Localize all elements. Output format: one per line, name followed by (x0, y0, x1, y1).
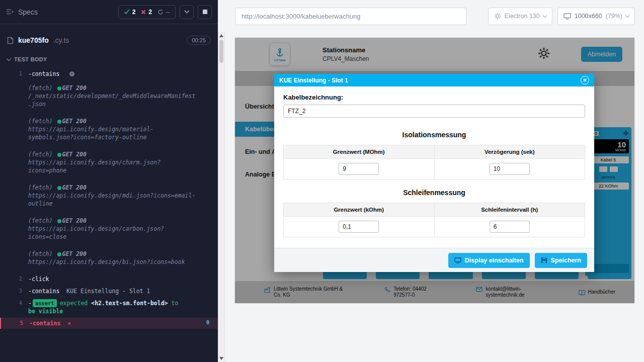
command-name: -contains (28, 288, 59, 295)
failed-count: 2 (148, 9, 152, 16)
spec-duration-badge: 00:25 (187, 36, 211, 45)
chevron-down-icon (625, 13, 629, 17)
chevron-down-icon (184, 10, 190, 14)
command-contains-2[interactable]: 3 -containsKUE Einstellung - Slot 1 (0, 286, 218, 297)
iso-limit-input[interactable] (339, 163, 379, 175)
scroll-down-icon[interactable] (219, 357, 223, 360)
viewport-icon (564, 13, 571, 20)
stat-pending[interactable]: -- (157, 9, 170, 16)
browser-icon (494, 13, 501, 20)
command-contains-1[interactable]: 1 -contains (0, 68, 218, 79)
aut-container: LITTWIN Stationsname CPLV4_Maschen Abmel… (225, 32, 644, 362)
x-icon (141, 10, 146, 15)
save-button[interactable]: Speichern (535, 253, 587, 268)
fetch-url: https://api.iconify.design/carbon.json?i… (28, 225, 197, 241)
cable-name-input[interactable] (283, 105, 585, 118)
fetch-status: GET 200 (62, 184, 86, 191)
command-name: -contains (28, 70, 59, 77)
network-log-entry[interactable]: (fetch)GET 200 https://api.iconify.desig… (0, 215, 218, 242)
runner-main: http://localhost:3000/kabelueberwachung … (218, 0, 644, 362)
close-icon[interactable]: ✕ (581, 76, 589, 84)
line-number: 2 (0, 275, 28, 283)
retry-count-badge: 0 (203, 319, 213, 327)
status-dot-icon (57, 252, 61, 256)
assert-expected: be visible (28, 308, 63, 315)
specs-label: Specs (18, 8, 38, 16)
loop-heading: Schleifenmessung (283, 189, 585, 197)
loop-limit-input[interactable] (339, 221, 379, 233)
network-log-entry[interactable]: (fetch)GET 200 https://api.iconify.desig… (0, 182, 218, 209)
network-log-entry[interactable]: (fetch)GET 200 https://api.iconify.desig… (0, 116, 218, 143)
line-number: 3 (0, 287, 28, 295)
modal-footer: Display einschalten Speichern (274, 248, 594, 272)
command-name: -click (28, 276, 49, 283)
url-text: http://localhost:3000/kabelueberwachung (242, 13, 360, 20)
network-log-entry[interactable]: (fetch)GET 200 https://api.iconify.desig… (0, 248, 218, 267)
command-contains-failed[interactable]: 5 -contains× 0 (0, 318, 218, 329)
browser-name: Electron 130 (505, 13, 540, 20)
browser-select[interactable]: Electron 130 (488, 8, 552, 25)
test-body-section[interactable]: TEST BODY (0, 54, 218, 67)
stop-button[interactable] (198, 5, 212, 19)
stat-failed[interactable]: 2 (141, 9, 152, 16)
command-name: -contains (29, 320, 60, 327)
viewport-select[interactable]: 1000x660 (79%) (557, 8, 635, 25)
assert-text: expected (60, 300, 88, 307)
viewport-zoom: (79%) (606, 13, 622, 20)
fetch-label: (fetch) (28, 250, 52, 257)
fetch-url: https://api.iconify.design/bi.json?icons… (28, 258, 197, 266)
fetch-url: https://api.iconify.design/mdi.json?icon… (28, 192, 197, 208)
url-bar[interactable]: http://localhost:3000/kabelueberwachung (235, 8, 466, 25)
modal-body: Kabelbezeichnung: Isolationsmessung Gren… (274, 86, 594, 248)
chevron-down-icon (542, 13, 546, 17)
display-button-label: Display einschalten (465, 257, 524, 264)
line-number: 4 (0, 299, 28, 315)
save-button-label: Speichern (551, 257, 581, 264)
app-under-test: LITTWIN Stationsname CPLV4_Maschen Abmel… (235, 38, 634, 303)
command-log: TEST BODY 1 -contains (fetch)GET 200 /_n… (0, 50, 218, 362)
viewport-size: 1000x660 (575, 13, 602, 20)
fetch-status: GET 200 (62, 151, 86, 158)
display-on-button[interactable]: Display einschalten (448, 253, 530, 268)
spec-ext: .cy.ts (53, 36, 69, 44)
scrollbar-thumb[interactable] (219, 40, 223, 63)
display-icon (454, 257, 461, 263)
command-click[interactable]: 2 -click (0, 274, 218, 285)
command-assert[interactable]: 4 -assertexpected <h2.text-sm.font-bold>… (0, 298, 218, 317)
kue-settings-modal: KUE Einstellung - Slot 1 ✕ Kabelbezeichn… (274, 74, 594, 272)
modal-title: KUE Einstellung - Slot 1 (279, 77, 348, 84)
spec-file-row[interactable]: kue705fo.cy.ts 00:25 (0, 30, 218, 50)
spec-file-icon (7, 37, 14, 44)
fetch-url: /_next/static/development/_devMiddleware… (28, 92, 197, 108)
column-header: Schleifenintervall (h) (434, 203, 585, 217)
status-dot-icon (57, 120, 61, 124)
test-body-label: TEST BODY (14, 56, 47, 62)
save-floppy-icon (541, 257, 547, 263)
network-log-entry[interactable]: (fetch)GET 200 https://api.iconify.desig… (0, 149, 218, 176)
status-dot-icon (57, 153, 61, 157)
fetch-url: https://api.iconify.design/charm.json?ic… (28, 158, 197, 174)
collapse-all-button[interactable] (180, 5, 194, 19)
pending-count: -- (166, 9, 170, 16)
loop-interval-input[interactable] (490, 221, 530, 233)
network-log-entry[interactable]: (fetch)GET 200 /_next/static/development… (0, 82, 218, 110)
scroll-up-icon[interactable] (219, 34, 223, 37)
aut-region: LITTWIN Stationsname CPLV4_Maschen Abmel… (218, 32, 644, 362)
stat-passed[interactable]: 2 (124, 9, 136, 16)
specs-menu-button[interactable]: Specs (6, 8, 38, 16)
reporter-scrollbar[interactable] (218, 32, 225, 362)
command-arg: × (67, 320, 71, 327)
iso-delay-input[interactable] (490, 163, 530, 175)
line-number: 5 (1, 319, 29, 327)
chevron-down-icon (7, 56, 12, 61)
gear-icon (69, 71, 75, 77)
command-arg: KUE Einstellung - Slot 1 (66, 288, 150, 295)
column-header: Verzögerung (sek) (434, 145, 585, 159)
passed-count: 2 (132, 9, 136, 16)
fetch-status: GET 200 (62, 118, 86, 125)
line-number: 1 (0, 70, 28, 78)
fetch-label: (fetch) (28, 217, 52, 224)
column-header: Grenzwert (kOhm) (284, 203, 435, 217)
fetch-label: (fetch) (28, 151, 52, 158)
reporter-header: Specs 2 2 -- (0, 0, 218, 24)
